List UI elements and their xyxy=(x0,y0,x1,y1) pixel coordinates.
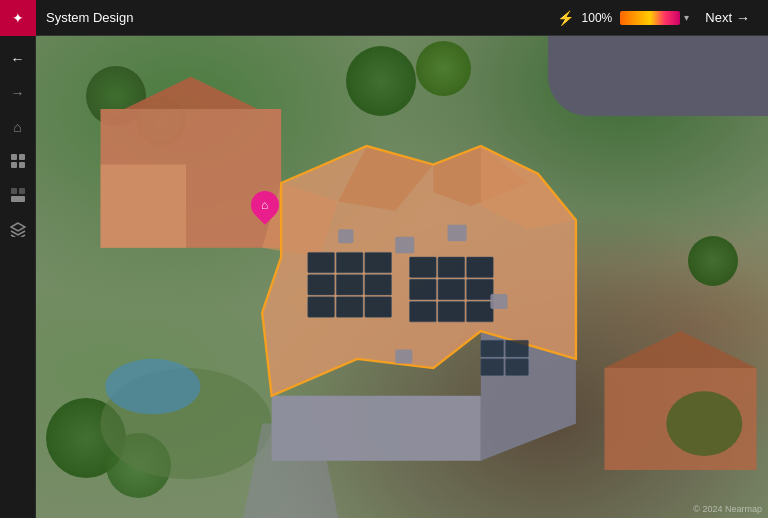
road-area xyxy=(548,36,768,116)
tree-4 xyxy=(416,41,471,96)
svg-rect-3 xyxy=(19,162,25,168)
battery-icon: ⚡ xyxy=(557,10,574,26)
sidebar-item-panels[interactable] xyxy=(3,180,33,210)
sidebar-item-layers[interactable] xyxy=(3,214,33,244)
percentage-display: 100% xyxy=(582,11,613,25)
map-copyright: © 2024 Nearmap xyxy=(693,504,762,514)
svg-rect-6 xyxy=(11,196,25,202)
tree-2 xyxy=(136,96,186,146)
tree-6 xyxy=(106,433,171,498)
svg-rect-2 xyxy=(11,162,17,168)
svg-rect-0 xyxy=(11,154,17,160)
next-arrow: → xyxy=(736,10,750,26)
header: ✦ System Design ⚡ 100% ▾ Next → xyxy=(0,0,768,36)
logo-icon: ✦ xyxy=(12,10,24,26)
sidebar-item-home[interactable]: ⌂ xyxy=(3,112,33,142)
color-bar-container[interactable]: ▾ xyxy=(620,11,689,25)
sidebar-item-grid[interactable] xyxy=(3,146,33,176)
house-marker-icon: ⌂ xyxy=(261,198,268,212)
svg-rect-4 xyxy=(11,188,17,194)
sidebar: ← → ⌂ xyxy=(0,36,36,518)
svg-rect-5 xyxy=(19,188,25,194)
tree-3 xyxy=(346,46,416,116)
next-label: Next xyxy=(705,10,732,25)
map-area[interactable]: ⌂ © 2024 Nearmap xyxy=(36,36,768,518)
header-right: ⚡ 100% ▾ Next → xyxy=(557,6,758,30)
color-dropdown-arrow[interactable]: ▾ xyxy=(684,12,689,23)
logo-area: ✦ xyxy=(0,0,36,36)
sidebar-item-redo[interactable]: → xyxy=(3,78,33,108)
tree-7 xyxy=(688,236,738,286)
svg-rect-1 xyxy=(19,154,25,160)
sidebar-item-undo[interactable]: ← xyxy=(3,44,33,74)
next-button[interactable]: Next → xyxy=(697,6,758,30)
color-bar xyxy=(620,11,680,25)
app-title: System Design xyxy=(46,10,557,25)
